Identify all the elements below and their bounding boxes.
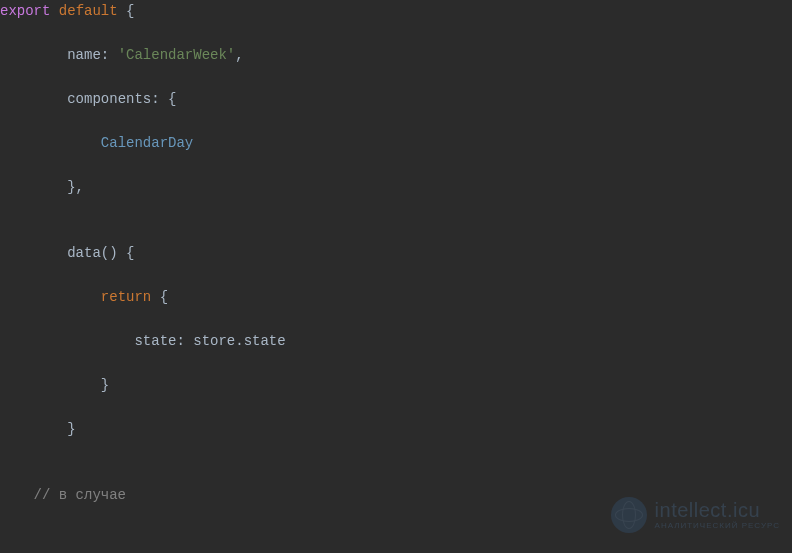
code-line: name: 'CalendarWeek',	[0, 44, 792, 66]
code-line: }	[0, 374, 792, 396]
keyword-default: default	[59, 3, 118, 19]
code-line: state: store.state	[0, 330, 792, 352]
brace: {	[151, 289, 168, 305]
brace: {	[160, 91, 177, 107]
comment: // в случае	[34, 487, 126, 503]
state-assignment: state: store.state	[134, 333, 285, 349]
brace-close: }	[67, 421, 75, 437]
code-line: // в случае	[0, 484, 792, 506]
brace-close: }	[101, 377, 109, 393]
code-line: components: {	[0, 88, 792, 110]
keyword-return: return	[101, 289, 151, 305]
code-line: CalendarDay	[0, 132, 792, 154]
property-components: components:	[67, 91, 159, 107]
code-line: },	[0, 176, 792, 198]
brace: {	[118, 245, 135, 261]
method-data: data()	[67, 245, 117, 261]
code-line: }	[0, 418, 792, 440]
code-line: export default {	[0, 0, 792, 22]
brace: {	[118, 3, 135, 19]
keyword-export: export	[0, 3, 50, 19]
property-name: name:	[67, 47, 109, 63]
code-editor[interactable]: export default { name: 'CalendarWeek', c…	[0, 0, 792, 553]
code-line: data() {	[0, 242, 792, 264]
code-line: return {	[0, 286, 792, 308]
brace-close: },	[67, 179, 84, 195]
comma: ,	[235, 47, 243, 63]
string-literal: 'CalendarWeek'	[118, 47, 236, 63]
component-ref: CalendarDay	[101, 135, 193, 151]
